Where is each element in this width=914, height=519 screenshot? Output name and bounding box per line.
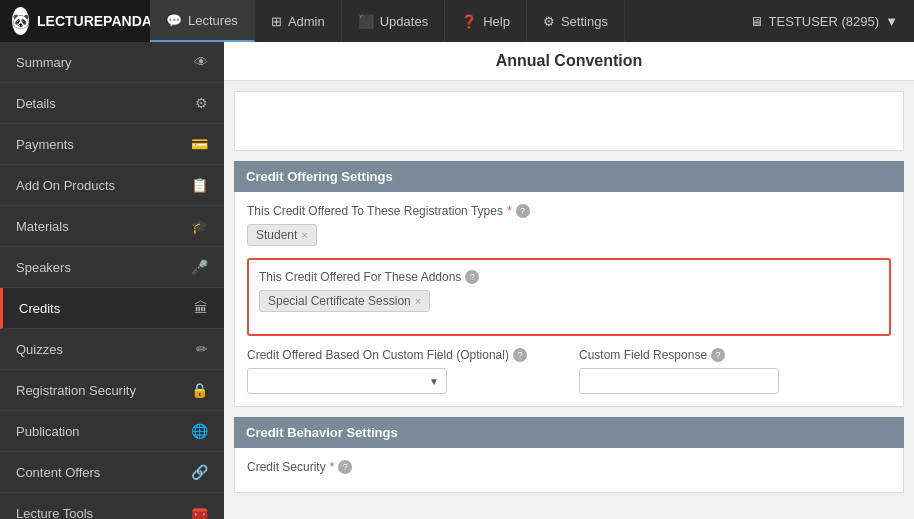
tools-icon: 🧰 bbox=[191, 505, 208, 519]
help-icon-custom-field[interactable]: ? bbox=[513, 348, 527, 362]
sidebar-item-registration-security[interactable]: Registration Security 🔒 bbox=[0, 370, 224, 411]
dropdown-icon: ▼ bbox=[885, 14, 898, 29]
sidebar: Summary 👁 Details ⚙ Payments 💳 Add On Pr… bbox=[0, 42, 224, 519]
settings-icon: ⚙ bbox=[543, 14, 555, 29]
sidebar-label-details: Details bbox=[16, 96, 195, 111]
main-layout: Summary 👁 Details ⚙ Payments 💳 Add On Pr… bbox=[0, 42, 914, 519]
sidebar-item-quizzes[interactable]: Quizzes ✏ bbox=[0, 329, 224, 370]
registration-types-label: This Credit Offered To These Registratio… bbox=[247, 204, 891, 218]
bank-icon: 🏛 bbox=[194, 300, 208, 316]
tag-student-label: Student bbox=[256, 228, 297, 242]
custom-response-col: Custom Field Response ? bbox=[579, 348, 891, 394]
credit-behavior-header: Credit Behavior Settings bbox=[234, 417, 904, 448]
nav-updates[interactable]: ⬛ Updates bbox=[342, 0, 445, 42]
tag-student-remove[interactable]: × bbox=[301, 229, 307, 241]
help-icon-security[interactable]: ? bbox=[338, 460, 352, 474]
sidebar-item-lecture-tools[interactable]: Lecture Tools 🧰 bbox=[0, 493, 224, 519]
logo-icon: 🐼 bbox=[12, 7, 29, 35]
custom-field-col: Credit Offered Based On Custom Field (Op… bbox=[247, 348, 559, 394]
sidebar-item-details[interactable]: Details ⚙ bbox=[0, 83, 224, 124]
admin-icon: ⊞ bbox=[271, 14, 282, 29]
sidebar-label-publication: Publication bbox=[16, 424, 191, 439]
eye-icon: 👁 bbox=[194, 54, 208, 70]
updates-label: Updates bbox=[380, 14, 428, 29]
sidebar-item-summary[interactable]: Summary 👁 bbox=[0, 42, 224, 83]
sidebar-label-addon-products: Add On Products bbox=[16, 178, 191, 193]
sidebar-item-materials[interactable]: Materials 🎓 bbox=[0, 206, 224, 247]
materials-icon: 🎓 bbox=[191, 218, 208, 234]
microphone-icon: 🎤 bbox=[191, 259, 208, 275]
sidebar-label-credits: Credits bbox=[19, 301, 194, 316]
custom-response-label: Custom Field Response ? bbox=[579, 348, 891, 362]
help-icon: ❓ bbox=[461, 14, 477, 29]
tag-special-certificate: Special Certificate Session × bbox=[259, 290, 430, 312]
nav-help[interactable]: ❓ Help bbox=[445, 0, 527, 42]
help-icon-addons[interactable]: ? bbox=[465, 270, 479, 284]
sidebar-label-content-offers: Content Offers bbox=[16, 465, 191, 480]
sidebar-item-publication[interactable]: Publication 🌐 bbox=[0, 411, 224, 452]
sidebar-label-summary: Summary bbox=[16, 55, 194, 70]
user-info[interactable]: 🖥 TESTUSER (8295) ▼ bbox=[734, 0, 914, 42]
sidebar-label-lecture-tools: Lecture Tools bbox=[16, 506, 191, 520]
sidebar-label-materials: Materials bbox=[16, 219, 191, 234]
sidebar-label-payments: Payments bbox=[16, 137, 191, 152]
globe-icon: 🌐 bbox=[191, 423, 208, 439]
credit-offering-header: Credit Offering Settings bbox=[234, 161, 904, 192]
custom-response-input[interactable] bbox=[579, 368, 779, 394]
credit-security-label: Credit Security * ? bbox=[247, 460, 891, 474]
lock-icon: 🔒 bbox=[191, 382, 208, 398]
help-label: Help bbox=[483, 14, 510, 29]
lectures-icon: 💬 bbox=[166, 13, 182, 28]
content-scroll: Credit Offering Settings This Credit Off… bbox=[224, 81, 914, 519]
help-icon-registration[interactable]: ? bbox=[516, 204, 530, 218]
nav-settings[interactable]: ⚙ Settings bbox=[527, 0, 625, 42]
sidebar-label-quizzes: Quizzes bbox=[16, 342, 196, 357]
custom-field-select[interactable] bbox=[247, 368, 447, 394]
admin-label: Admin bbox=[288, 14, 325, 29]
required-star-security: * bbox=[330, 460, 335, 474]
custom-field-label: Credit Offered Based On Custom Field (Op… bbox=[247, 348, 559, 362]
page-title: Annual Convention bbox=[224, 42, 914, 81]
pencil-icon: ✏ bbox=[196, 341, 208, 357]
addon-box: This Credit Offered For These Addons ? S… bbox=[247, 258, 891, 336]
registration-tags: Student × bbox=[247, 224, 891, 246]
sidebar-label-registration-security: Registration Security bbox=[16, 383, 191, 398]
share-icon: 🔗 bbox=[191, 464, 208, 480]
payment-icon: 💳 bbox=[191, 136, 208, 152]
custom-field-select-wrapper: ▼ bbox=[247, 368, 447, 394]
credit-behavior-body: Credit Security * ? bbox=[234, 448, 904, 493]
nav-admin[interactable]: ⊞ Admin bbox=[255, 0, 342, 42]
tag-special-certificate-remove[interactable]: × bbox=[415, 295, 421, 307]
sidebar-item-content-offers[interactable]: Content Offers 🔗 bbox=[0, 452, 224, 493]
addon-icon: 📋 bbox=[191, 177, 208, 193]
top-navigation: 🐼 LECTUREPANDA 💬 Lectures ⊞ Admin ⬛ Upda… bbox=[0, 0, 914, 42]
required-star: * bbox=[507, 204, 512, 218]
sidebar-item-payments[interactable]: Payments 💳 bbox=[0, 124, 224, 165]
tag-student: Student × bbox=[247, 224, 317, 246]
addons-label: This Credit Offered For These Addons ? bbox=[259, 270, 879, 284]
help-icon-custom-response[interactable]: ? bbox=[711, 348, 725, 362]
app-logo[interactable]: 🐼 LECTUREPANDA bbox=[0, 0, 150, 42]
prev-section bbox=[234, 91, 904, 151]
sidebar-item-credits[interactable]: Credits 🏛 bbox=[0, 288, 224, 329]
updates-icon: ⬛ bbox=[358, 14, 374, 29]
content-area: Annual Convention Credit Offering Settin… bbox=[224, 42, 914, 519]
lectures-label: Lectures bbox=[188, 13, 238, 28]
sidebar-item-speakers[interactable]: Speakers 🎤 bbox=[0, 247, 224, 288]
sidebar-label-speakers: Speakers bbox=[16, 260, 191, 275]
settings-label: Settings bbox=[561, 14, 608, 29]
custom-field-row: Credit Offered Based On Custom Field (Op… bbox=[247, 348, 891, 394]
monitor-icon: 🖥 bbox=[750, 14, 763, 29]
tag-special-certificate-label: Special Certificate Session bbox=[268, 294, 411, 308]
logo-text: LECTUREPANDA bbox=[37, 13, 152, 29]
nav-lectures[interactable]: 💬 Lectures bbox=[150, 0, 255, 42]
nav-items: 💬 Lectures ⊞ Admin ⬛ Updates ❓ Help ⚙ Se… bbox=[150, 0, 625, 42]
gear-icon: ⚙ bbox=[195, 95, 208, 111]
sidebar-item-addon-products[interactable]: Add On Products 📋 bbox=[0, 165, 224, 206]
credit-offering-body: This Credit Offered To These Registratio… bbox=[234, 192, 904, 407]
addons-tags: Special Certificate Session × bbox=[259, 290, 879, 312]
username: TESTUSER (8295) bbox=[769, 14, 880, 29]
